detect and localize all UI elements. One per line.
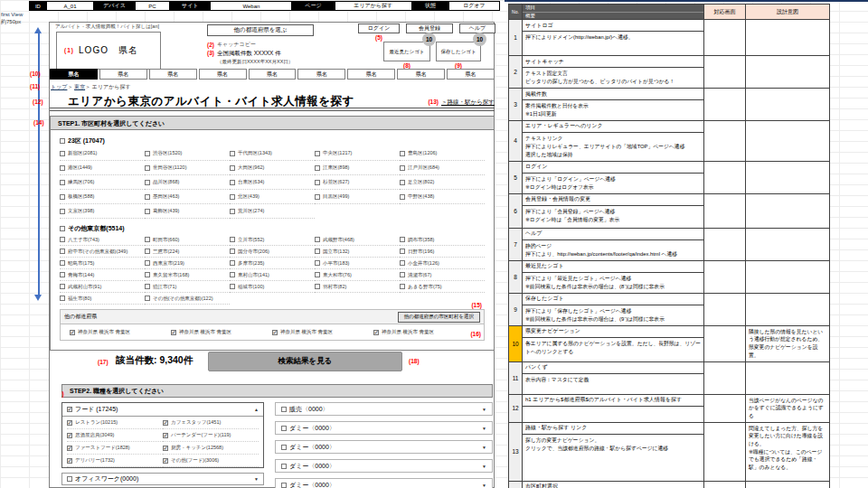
city-checkbox-item[interactable]: 三鷹市(224) xyxy=(145,246,230,258)
prefecture-tab[interactable]: 県名 xyxy=(99,69,147,80)
prefecture-tab[interactable]: 県名 xyxy=(199,69,247,80)
checkbox-icon[interactable] xyxy=(281,464,287,469)
expand-icon[interactable]: ▼ xyxy=(482,483,486,488)
ward-checkbox-item[interactable]: 渋谷区(1520) xyxy=(145,146,230,161)
checkbox-icon[interactable] xyxy=(315,272,320,277)
checkbox-icon[interactable] xyxy=(145,237,150,242)
checkbox-icon[interactable] xyxy=(315,194,320,200)
city-checkbox-item[interactable]: 昭島市(175) xyxy=(60,258,145,269)
checkbox-icon[interactable] xyxy=(145,180,150,185)
expand-icon[interactable]: ▼ xyxy=(482,464,486,469)
checked-checkbox-icon[interactable] xyxy=(163,433,168,438)
ward-checkbox-item[interactable]: 墨田区(463) xyxy=(145,190,230,204)
checkbox-icon[interactable] xyxy=(281,483,287,488)
city-checkbox-item[interactable]: 八王子市(743) xyxy=(60,234,145,246)
checkbox-icon[interactable] xyxy=(60,260,65,266)
expand-icon[interactable]: ▼ xyxy=(482,407,486,412)
checkbox-icon[interactable] xyxy=(281,407,287,412)
city-checkbox-item[interactable]: その他(その他東京都)(122) xyxy=(145,293,230,305)
food-category-row[interactable]: フード (17245) ▲ xyxy=(62,403,263,417)
checkbox-icon[interactable] xyxy=(230,272,235,277)
ward-checkbox-item[interactable]: 練馬区(706) xyxy=(60,175,145,190)
checkbox-icon[interactable] xyxy=(60,226,65,231)
checkbox-icon[interactable] xyxy=(60,151,65,156)
city-checkbox-item[interactable]: 東大和市(76) xyxy=(315,269,400,281)
checkbox-icon[interactable] xyxy=(400,180,405,185)
checkbox-icon[interactable] xyxy=(230,165,235,171)
ward-checkbox-item[interactable]: 中央区(1217) xyxy=(315,146,400,161)
ward-checkbox-item[interactable]: 江東区(898) xyxy=(315,161,400,175)
checkbox-icon[interactable] xyxy=(230,194,235,200)
checkbox-icon[interactable] xyxy=(315,260,320,266)
checkbox-icon[interactable] xyxy=(400,165,405,171)
checkbox-icon[interactable] xyxy=(315,180,320,185)
ward-checkbox-item[interactable]: 中野区(438) xyxy=(400,190,485,204)
city-checkbox-item[interactable]: 小平市(183) xyxy=(315,258,400,269)
checkbox-icon[interactable] xyxy=(400,260,405,266)
checked-checkbox-icon[interactable] xyxy=(70,330,75,335)
office-category-row[interactable]: オフィスワーク(0000) ▼ xyxy=(61,473,264,485)
prefecture-tab[interactable]: 県名 xyxy=(447,69,495,80)
checked-checkbox-icon[interactable] xyxy=(67,458,72,464)
selected-prefecture-item[interactable]: 神奈川県 横浜市 青葉区 xyxy=(272,329,373,335)
ward-checkbox-item[interactable]: 目黒区(499) xyxy=(315,190,400,204)
city-checkbox-item[interactable]: 府中市(その他東京都)(349) xyxy=(60,246,145,258)
city-checkbox-item[interactable]: 小金井市(126) xyxy=(400,258,485,269)
ward-checkbox-item[interactable]: 大田区(962) xyxy=(230,161,315,175)
food-sub-checkbox-item[interactable]: 居酒屋店員(3049) xyxy=(67,429,163,442)
checkbox-icon[interactable] xyxy=(400,151,405,156)
ward-checkbox-item[interactable]: 文京区(398) xyxy=(60,204,145,219)
checked-checkbox-icon[interactable] xyxy=(272,330,278,335)
checkbox-icon[interactable] xyxy=(315,284,320,289)
city-checkbox-item[interactable]: 調布市(358) xyxy=(400,234,485,246)
checked-checkbox-icon[interactable] xyxy=(163,420,168,426)
checkbox-icon[interactable] xyxy=(230,260,235,266)
checkbox-icon[interactable] xyxy=(315,237,320,242)
city-checkbox-item[interactable]: 羽村市(82) xyxy=(315,281,400,293)
food-sub-checkbox-item[interactable]: 厨房・キッチン(12568) xyxy=(163,442,259,455)
checkbox-icon[interactable] xyxy=(60,249,65,254)
checkbox-icon[interactable] xyxy=(230,249,235,254)
city-checkbox-item[interactable]: 東村山市(141) xyxy=(230,269,315,281)
checkbox-icon[interactable] xyxy=(145,194,150,200)
recent-jobs-button[interactable]: 最近見たシゴト 10 (8) xyxy=(383,42,430,61)
checkbox-icon[interactable] xyxy=(60,165,65,171)
checkbox-icon[interactable] xyxy=(145,249,150,254)
checked-checkbox-icon[interactable] xyxy=(67,407,72,412)
city-checkbox-item[interactable]: 多摩市(235) xyxy=(230,258,315,269)
checkbox-icon[interactable] xyxy=(400,194,405,200)
checkbox-icon[interactable] xyxy=(400,249,405,254)
city-checkbox-item[interactable]: あきる野市(75) xyxy=(400,281,485,293)
checkbox-icon[interactable] xyxy=(145,209,150,214)
ward-checkbox-item[interactable]: 足立区(802) xyxy=(400,175,485,190)
city-checkbox-item[interactable]: 狛江市(71) xyxy=(145,281,230,293)
breadcrumb-item[interactable]: トップ＞ xyxy=(51,84,72,89)
category-row[interactable]: ダミー〈0000〉 ▼ xyxy=(275,478,493,488)
select-other-prefecture-button[interactable]: 他の都道府県を選ぶ xyxy=(207,24,314,36)
checkbox-icon[interactable] xyxy=(145,272,150,277)
city-checkbox-item[interactable]: 青梅市(144) xyxy=(60,269,145,281)
food-sub-checkbox-item[interactable]: カフェスタッフ(1451) xyxy=(163,417,259,429)
ward-checkbox-item[interactable]: 豊島区(1206) xyxy=(400,146,485,161)
category-row[interactable]: ダミー〈0000〉 ▼ xyxy=(275,421,493,435)
ward-checkbox-item[interactable]: 葛飾区(439) xyxy=(145,204,230,219)
checkbox-icon[interactable] xyxy=(145,260,150,266)
checkbox-icon[interactable] xyxy=(400,237,405,242)
food-sub-checkbox-item[interactable]: その他(フード)(3006) xyxy=(163,455,259,467)
ward-checkbox-item[interactable]: 荒川区(274) xyxy=(230,204,315,219)
checkbox-icon[interactable] xyxy=(230,209,235,214)
other-tokyo-group-checkbox[interactable]: その他東京都(5514) xyxy=(60,222,485,234)
checkbox-icon[interactable] xyxy=(60,296,65,301)
city-checkbox-item[interactable]: 清瀬市(67) xyxy=(400,269,485,281)
checkbox-icon[interactable] xyxy=(315,249,320,254)
prefecture-tab[interactable]: 県名 xyxy=(149,69,197,80)
checkbox-icon[interactable] xyxy=(60,209,65,214)
checkbox-icon[interactable] xyxy=(145,296,150,301)
ward-checkbox-item[interactable]: 北区(439) xyxy=(230,190,315,204)
ward-checkbox-item[interactable]: 千代田区(1343) xyxy=(230,146,315,161)
city-checkbox-item[interactable]: 町田市(660) xyxy=(145,234,230,246)
category-row[interactable]: 販売〈0000〉 ▼ xyxy=(275,402,493,416)
city-checkbox-item[interactable]: 東久留米市(168) xyxy=(145,269,230,281)
selected-prefecture-item[interactable]: 神奈川県 横浜市 青葉区 xyxy=(373,329,475,335)
selected-prefecture-item[interactable]: 神奈川県 横浜市 青葉区 xyxy=(70,329,171,335)
